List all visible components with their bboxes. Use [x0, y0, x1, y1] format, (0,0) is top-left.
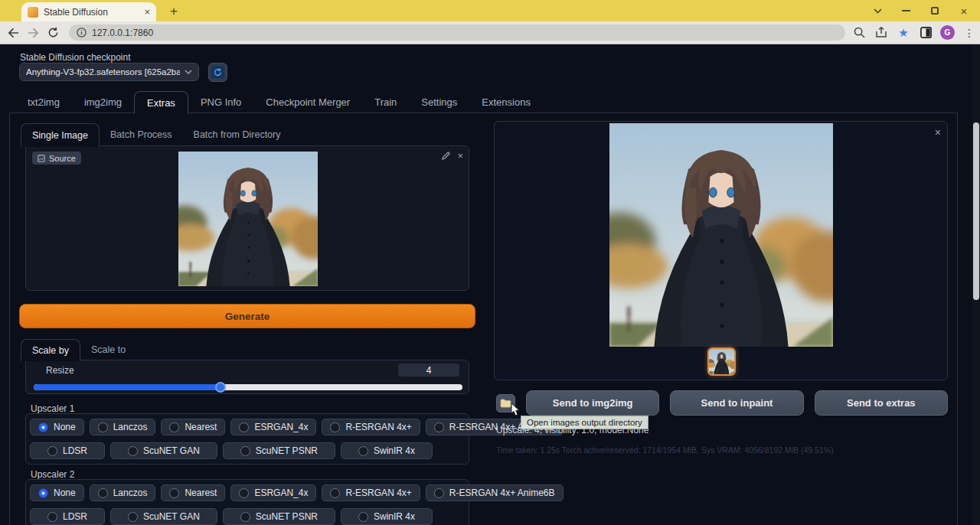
- upscaler1-option-none[interactable]: None: [30, 419, 84, 435]
- radio-icon: [240, 446, 250, 456]
- zoom-icon[interactable]: [851, 25, 867, 41]
- radio-icon: [330, 422, 340, 432]
- tab-close-icon[interactable]: ×: [144, 6, 150, 18]
- upscaler1-option-swinir4x[interactable]: SwinIR 4x: [341, 442, 433, 459]
- refresh-checkpoints-button[interactable]: [208, 63, 227, 82]
- generate-button[interactable]: Generate: [19, 304, 475, 328]
- source-chip-label: Source: [49, 154, 76, 163]
- site-favicon-icon: [28, 7, 38, 18]
- upscaler1-option-resrgan4x[interactable]: R-ESRGAN 4x+: [322, 419, 420, 435]
- radio-icon: [434, 488, 444, 498]
- upscaler1-label: Upscaler 1: [31, 403, 74, 414]
- resize-slider-fill: [34, 384, 220, 390]
- browser-toolbar: 127.0.0.1:7860 ★ G ⋮: [0, 21, 980, 44]
- radio-icon: [434, 422, 444, 432]
- radio-icon: [98, 422, 108, 432]
- send-to-img2img-button[interactable]: Send to img2img: [526, 390, 659, 416]
- mouse-cursor-icon: [508, 403, 521, 419]
- radio-selected-icon: [38, 422, 48, 432]
- upscaler2-option-scunet-gan[interactable]: ScuNET GAN: [110, 508, 217, 525]
- tab-single-image[interactable]: Single Image: [21, 123, 100, 147]
- bookmark-star-icon[interactable]: ★: [896, 25, 911, 41]
- scrollbar-thumb[interactable]: [973, 122, 979, 300]
- radio-icon: [358, 512, 368, 522]
- gallery-close-icon[interactable]: ×: [935, 126, 941, 139]
- tab-checkpoint-merger[interactable]: Checkpoint Merger: [253, 90, 362, 113]
- tab-txt2img[interactable]: txt2img: [15, 90, 72, 113]
- tab-extras[interactable]: Extras: [134, 91, 188, 114]
- profile-avatar[interactable]: G: [940, 25, 955, 40]
- scale-tab-bar: Scale by Scale to: [21, 338, 136, 360]
- output-actions: Send to img2img Send to inpaint Send to …: [496, 390, 948, 416]
- source-image: [178, 152, 318, 286]
- checkpoint-value: Anything-V3-fp32.safetensors [625a2ba2]: [26, 67, 180, 77]
- share-icon[interactable]: [874, 25, 889, 41]
- send-to-inpaint-button[interactable]: Send to inpaint: [670, 390, 803, 416]
- page-scrollbar[interactable]: [972, 44, 980, 525]
- upscaler2-option-esrgan4x[interactable]: ESRGAN_4x: [230, 484, 316, 501]
- site-info-icon[interactable]: [77, 28, 87, 38]
- upscaler1-group: None Lanczos Nearest ESRGAN_4x R-ESRGAN …: [25, 413, 469, 465]
- radio-selected-icon: [38, 488, 48, 498]
- upscaler1-option-nearest[interactable]: Nearest: [161, 419, 225, 435]
- side-panel-icon[interactable]: [918, 25, 933, 41]
- radio-icon: [98, 488, 108, 498]
- window-maximize-button[interactable]: [925, 0, 945, 21]
- gradio-page: Stable Diffusion checkpoint Anything-V3-…: [0, 44, 980, 525]
- upscaler2-option-scunet-psnr[interactable]: ScuNET PSNR: [223, 508, 335, 525]
- upscaler2-option-resrgan-anime6b[interactable]: R-ESRGAN 4x+ Anime6B: [426, 484, 564, 501]
- tab-settings[interactable]: Settings: [409, 90, 469, 113]
- screenshot-root: Stable Diffusion × + × 127.0.0.1:7860: [0, 0, 980, 525]
- memory-stats-text: Time taken: 1.25s Torch active/reserved:…: [496, 445, 834, 455]
- browser-tab[interactable]: Stable Diffusion ×: [21, 2, 156, 21]
- radio-icon: [128, 446, 138, 456]
- upscaler1-option-ldsr[interactable]: LDSR: [30, 442, 105, 459]
- source-image-dropzone[interactable]: Source ×: [25, 145, 469, 291]
- new-tab-button[interactable]: +: [165, 3, 183, 20]
- upscaler2-option-none[interactable]: None: [30, 484, 84, 501]
- tab-train[interactable]: Train: [362, 90, 409, 113]
- window-minimize-button[interactable]: [896, 0, 916, 21]
- refresh-icon: [211, 66, 224, 79]
- send-to-extras-button[interactable]: Send to extras: [815, 390, 948, 416]
- clear-image-icon[interactable]: ×: [457, 151, 463, 161]
- upscaler2-option-swinir4x[interactable]: SwinIR 4x: [341, 508, 433, 525]
- address-bar[interactable]: 127.0.0.1:7860: [69, 24, 845, 41]
- gallery-thumbnail-selected[interactable]: [707, 347, 736, 376]
- upscaler2-group: None Lanczos Nearest ESRGAN_4x R-ESRGAN …: [25, 479, 469, 525]
- url-text[interactable]: 127.0.0.1:7860: [92, 28, 153, 38]
- browser-menu-icon[interactable]: ⋮: [962, 25, 977, 41]
- upscaler1-option-lanczos[interactable]: Lanczos: [90, 419, 156, 435]
- tab-extensions[interactable]: Extensions: [469, 90, 543, 113]
- tab-png-info[interactable]: PNG Info: [188, 90, 253, 113]
- upscaler2-option-resrgan4x[interactable]: R-ESRGAN 4x+: [322, 484, 420, 501]
- folder-button-tooltip: Open images output directory: [521, 416, 648, 429]
- source-tab-bar: Single Image Batch Process Batch from Di…: [21, 122, 291, 146]
- back-button[interactable]: [3, 23, 23, 43]
- tab-batch-from-directory[interactable]: Batch from Directory: [183, 122, 292, 146]
- reload-button[interactable]: [43, 23, 63, 43]
- tab-img2img[interactable]: img2img: [72, 90, 134, 113]
- tab-title: Stable Diffusion: [44, 7, 139, 18]
- resize-block: Resize 4: [25, 360, 469, 394]
- upscaler1-option-esrgan4x[interactable]: ESRGAN_4x: [230, 419, 316, 435]
- tab-scale-by[interactable]: Scale by: [21, 339, 80, 361]
- upscaler1-option-scunet-gan[interactable]: ScuNET GAN: [110, 442, 217, 459]
- window-close-button[interactable]: ×: [954, 0, 974, 21]
- upscaler2-option-ldsr[interactable]: LDSR: [30, 508, 105, 525]
- upscaler2-label: Upscaler 2: [31, 469, 74, 480]
- resize-slider[interactable]: [34, 384, 462, 390]
- tab-search-chevron-icon[interactable]: [867, 0, 887, 21]
- forward-button[interactable]: [23, 23, 43, 43]
- upscaler1-option-scunet-psnr[interactable]: ScuNET PSNR: [223, 442, 335, 459]
- output-gallery: ×: [494, 121, 948, 380]
- tab-batch-process[interactable]: Batch Process: [100, 122, 183, 146]
- result-image[interactable]: [609, 123, 833, 347]
- resize-slider-thumb[interactable]: [215, 382, 226, 393]
- edit-pencil-icon[interactable]: [441, 151, 451, 161]
- upscaler2-option-nearest[interactable]: Nearest: [161, 484, 225, 501]
- tab-scale-to[interactable]: Scale to: [80, 338, 136, 360]
- upscaler2-option-lanczos[interactable]: Lanczos: [90, 484, 156, 501]
- checkpoint-dropdown[interactable]: Anything-V3-fp32.safetensors [625a2ba2]: [19, 63, 199, 81]
- resize-number-input[interactable]: 4: [398, 364, 459, 377]
